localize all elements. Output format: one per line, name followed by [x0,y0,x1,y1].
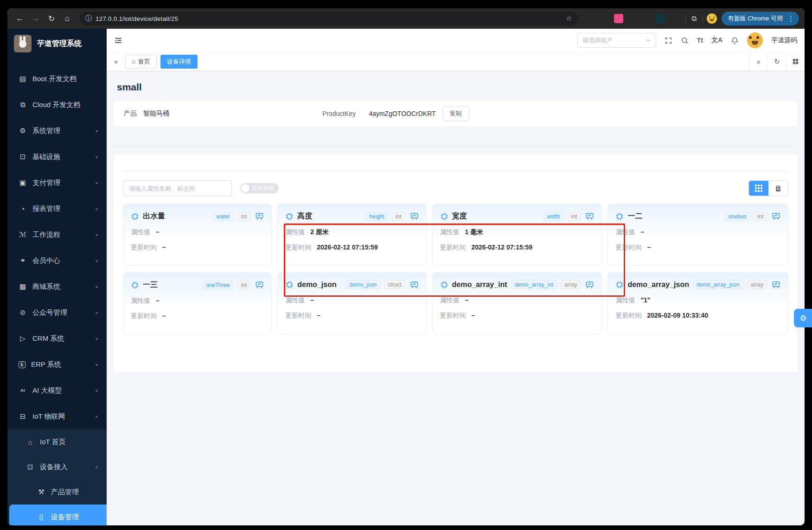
home-icon: ⌂ [132,58,135,65]
sidebar-item[interactable]: ▷ CRM 系统 ∨ [7,326,107,351]
scroll-tabs-right-icon[interactable]: » [749,52,767,70]
sidebar-item-icon: ▯ [37,513,45,521]
address-bar[interactable]: ⓘ 127.0.0.1/iot/device/detail/25 ☆ [80,12,578,26]
notification-bell-icon[interactable] [731,37,739,45]
browser-extension-icon[interactable] [642,14,651,23]
history-chart-icon[interactable] [410,281,419,289]
sidebar-item-label: 会员中心 [32,256,90,265]
profile-avatar-icon[interactable] [707,13,717,24]
sidebar-item[interactable]: ⚭ 会员中心 ∨ [7,248,107,274]
sidebar-item[interactable]: ⚒ 产品管理 [7,479,107,504]
history-chart-icon[interactable] [585,212,594,221]
sidebar-item[interactable]: ⚙ 系统管理 ∨ [7,118,107,144]
sidebar-item-label: 设备管理 [51,513,93,522]
grid-view-button[interactable] [749,181,768,196]
model-subtabs [123,156,788,171]
property-name: 出水量 [143,211,165,221]
property-search-input[interactable] [123,180,232,196]
sidebar-item[interactable]: AI AI 大模型 ∨ [7,377,107,403]
property-update-time: – [162,312,166,320]
screenshot-tool-icon[interactable]: ⧉ [690,14,699,23]
sidebar-item[interactable]: ⧉ Cloud 开发文档 [7,92,107,118]
property-name: 一三 [143,280,158,290]
history-chart-icon[interactable] [255,281,264,289]
breadcrumb-tab[interactable]: 设备详情 [160,55,198,69]
sidebar-item-label: 报表管理 [32,204,90,213]
extensions-row [583,14,682,23]
sidebar-item-label: Boot 开发文档 [32,75,93,83]
chip-icon [285,212,294,221]
browser-back-button[interactable]: ← [13,12,27,26]
sidebar-item[interactable]: ▦ 商城系统 ∨ [7,274,107,300]
collapse-sidebar-icon[interactable] [114,36,122,45]
time-label: 更新时间 [440,312,466,320]
history-chart-icon[interactable] [255,212,264,221]
breadcrumb-tab[interactable]: ⌂ 首页 [125,55,157,69]
user-avatar[interactable] [747,32,763,48]
property-update-time: – [647,243,651,252]
sidebar-submenu-iot: ⌂ IoT 首页 ⊡ 设备接入 ∧ ⚒ 产品管理 ▯ 设备管理 [7,429,107,525]
sidebar-item[interactable]: ▣ 支付管理 ∨ [7,170,107,196]
time-label: 更新时间 [285,243,311,252]
sidebar-item[interactable]: ⊡ 设备接入 ∧ [7,454,107,479]
history-chart-icon[interactable] [772,212,780,221]
app-header: 请选择租户 Tt 文A [107,29,805,52]
property-card: demo_array_json demo_array_json array 属性… [607,272,788,334]
layout-grid-icon[interactable] [786,52,805,70]
scroll-tabs-left-icon[interactable]: « [107,52,125,70]
productkey-label: ProductKey [322,110,356,117]
font-size-icon[interactable]: Tt [697,37,703,44]
browser-extension-icon[interactable] [614,14,623,23]
sidebar-item[interactable]: ⊟ IoT 物联网 ∧ [7,403,107,429]
browser-home-button[interactable]: ⌂ [60,12,74,26]
tenant-select[interactable]: 请选择租户 [577,33,656,48]
browser-extension-icon[interactable] [628,14,637,23]
list-view-button[interactable] [768,181,788,196]
translate-icon[interactable]: 文A [711,36,722,45]
browser-menu-icon[interactable]: ⋮ [786,14,796,23]
refresh-tab-icon[interactable]: ↻ [767,52,786,70]
browser-extension-icon[interactable] [586,14,595,23]
sidebar-item-label: 公众号管理 [32,308,90,317]
site-info-icon[interactable]: ⓘ [85,14,92,23]
property-update-time: – [472,312,475,320]
fullscreen-icon[interactable] [665,37,672,45]
property-name: demo_array_json [627,281,689,289]
property-update-time: 2026-02-12 07:15:59 [472,243,533,252]
sidebar-item[interactable]: ⊡ 基础设施 ∨ [7,144,107,170]
browser-extension-icon[interactable] [670,14,679,23]
browser-reload-button[interactable]: ↻ [45,12,58,26]
sidebar-item[interactable]: ◔ 报表管理 ∨ [7,196,107,222]
sidebar-item[interactable]: ℳ 工作流程 ∨ [7,222,107,248]
sidebar-item[interactable]: ▯ 设备管理 [9,504,107,525]
sidebar-item-icon: ⊡ [19,153,27,161]
sidebar-item[interactable]: ⌂ IoT 首页 [7,429,107,454]
copy-button[interactable]: 复制 [442,106,469,121]
sidebar-item-icon: AI [19,388,27,393]
auto-refresh-toggle[interactable]: 定时刷新 [240,183,279,193]
app-logo[interactable]: 芋道管理系统 [7,29,107,58]
value-label: 属性值 [615,296,635,305]
history-chart-icon[interactable] [585,281,594,289]
property-identifier-tag: water [212,212,233,221]
property-card: 宽度 width int 属性值 1 毫米 更新时间 2026-02-12 07… [432,204,602,266]
sidebar-item[interactable]: ▤ Boot 开发文档 [7,66,107,92]
history-chart-icon[interactable] [410,212,419,221]
username-label: 芋道源码 [771,36,797,45]
chevron-icon: ∨ [95,259,98,263]
product-label: 产品 [124,109,137,118]
url-text[interactable]: 127.0.0.1/iot/device/detail/25 [96,15,562,22]
settings-float-button[interactable]: ⚙ [794,309,812,327]
property-update-time: – [317,312,320,320]
chrome-update-button[interactable]: 有新版 Chrome 可用 ⋮ [722,12,799,26]
search-icon[interactable] [681,37,689,45]
browser-extension-icon[interactable] [656,14,665,23]
sidebar-item[interactable]: ⊘ 公众号管理 ∨ [7,300,107,326]
bookmark-star-icon[interactable]: ☆ [566,14,572,23]
browser-extension-icon[interactable] [600,14,609,23]
history-chart-icon[interactable] [772,281,780,289]
browser-forward-button[interactable]: → [29,12,43,26]
property-identifier-tag: height [365,212,388,221]
sidebar-item[interactable]: E ERP 系统 ∨ [7,351,107,377]
chevron-down-icon [646,38,651,43]
